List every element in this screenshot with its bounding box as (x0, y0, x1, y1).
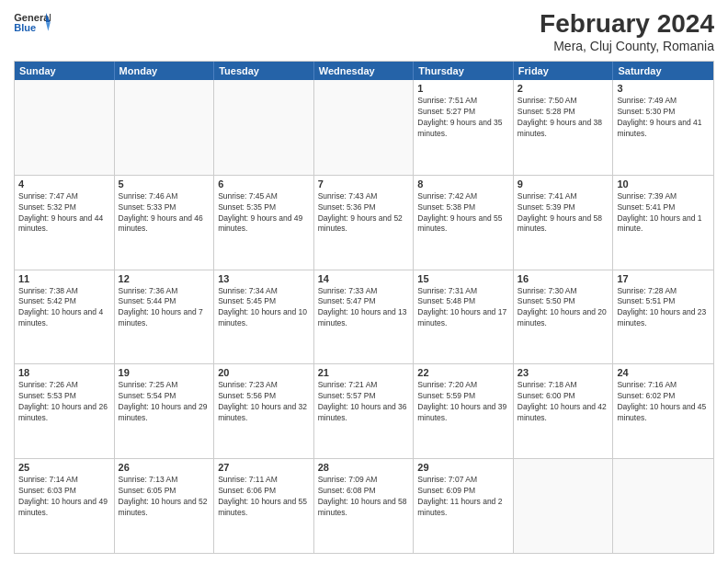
page: General Blue February 2024 Mera, Cluj Co… (0, 0, 728, 563)
day-info: Sunrise: 7:36 AM Sunset: 5:44 PM Dayligh… (119, 286, 210, 330)
day-info: Sunrise: 7:25 AM Sunset: 5:54 PM Dayligh… (119, 380, 210, 424)
svg-text:General: General (14, 12, 51, 23)
empty-cell (15, 80, 115, 175)
day-info: Sunrise: 7:09 AM Sunset: 6:08 PM Dayligh… (318, 475, 410, 519)
day-number: 29 (417, 462, 509, 473)
day-cell-23: 23Sunrise: 7:18 AM Sunset: 6:00 PM Dayli… (514, 364, 614, 458)
week-row-4: 18Sunrise: 7:26 AM Sunset: 5:53 PM Dayli… (15, 363, 713, 458)
empty-cell (613, 459, 713, 553)
day-info: Sunrise: 7:43 AM Sunset: 5:36 PM Dayligh… (318, 191, 410, 236)
day-number: 27 (218, 462, 310, 473)
month-title: February 2024 (540, 9, 714, 39)
day-number: 13 (218, 273, 310, 284)
week-row-2: 4Sunrise: 7:47 AM Sunset: 5:32 PM Daylig… (15, 175, 713, 270)
day-number: 26 (119, 462, 210, 473)
day-info: Sunrise: 7:50 AM Sunset: 5:28 PM Dayligh… (518, 96, 609, 140)
day-info: Sunrise: 7:14 AM Sunset: 6:03 PM Dayligh… (18, 475, 110, 519)
day-info: Sunrise: 7:21 AM Sunset: 5:57 PM Dayligh… (318, 380, 410, 424)
day-cell-10: 10Sunrise: 7:39 AM Sunset: 5:41 PM Dayli… (613, 176, 713, 270)
day-number: 1 (417, 83, 509, 94)
weekday-header-tuesday: Tuesday (214, 62, 314, 80)
day-cell-9: 9Sunrise: 7:41 AM Sunset: 5:39 PM Daylig… (514, 176, 614, 270)
day-number: 5 (119, 178, 210, 190)
day-cell-15: 15Sunrise: 7:31 AM Sunset: 5:48 PM Dayli… (414, 270, 514, 364)
day-cell-20: 20Sunrise: 7:23 AM Sunset: 5:56 PM Dayli… (214, 364, 314, 458)
day-cell-6: 6Sunrise: 7:45 AM Sunset: 5:35 PM Daylig… (214, 176, 314, 270)
day-cell-14: 14Sunrise: 7:33 AM Sunset: 5:47 PM Dayli… (314, 270, 415, 364)
day-info: Sunrise: 7:28 AM Sunset: 5:51 PM Dayligh… (617, 286, 710, 330)
day-number: 3 (617, 83, 710, 94)
day-number: 4 (18, 178, 110, 190)
day-cell-12: 12Sunrise: 7:36 AM Sunset: 5:44 PM Dayli… (115, 270, 215, 364)
day-info: Sunrise: 7:47 AM Sunset: 5:32 PM Dayligh… (18, 191, 110, 236)
svg-text:Blue: Blue (14, 22, 36, 33)
week-row-3: 11Sunrise: 7:38 AM Sunset: 5:42 PM Dayli… (15, 270, 713, 364)
logo-icon: General Blue (14, 9, 51, 37)
day-info: Sunrise: 7:23 AM Sunset: 5:56 PM Dayligh… (218, 380, 310, 424)
empty-cell (115, 80, 215, 175)
day-info: Sunrise: 7:51 AM Sunset: 5:27 PM Dayligh… (417, 96, 509, 140)
day-info: Sunrise: 7:33 AM Sunset: 5:47 PM Dayligh… (318, 286, 410, 330)
day-info: Sunrise: 7:16 AM Sunset: 6:02 PM Dayligh… (617, 380, 710, 424)
day-number: 9 (518, 178, 609, 190)
day-info: Sunrise: 7:20 AM Sunset: 5:59 PM Dayligh… (417, 380, 509, 424)
day-number: 22 (417, 367, 509, 378)
location: Mera, Cluj County, Romania (540, 39, 714, 53)
day-cell-11: 11Sunrise: 7:38 AM Sunset: 5:42 PM Dayli… (15, 270, 115, 364)
day-cell-27: 27Sunrise: 7:11 AM Sunset: 6:06 PM Dayli… (214, 459, 314, 553)
day-cell-19: 19Sunrise: 7:25 AM Sunset: 5:54 PM Dayli… (115, 364, 215, 458)
day-info: Sunrise: 7:42 AM Sunset: 5:38 PM Dayligh… (417, 191, 509, 236)
day-cell-13: 13Sunrise: 7:34 AM Sunset: 5:45 PM Dayli… (214, 270, 314, 364)
day-cell-16: 16Sunrise: 7:30 AM Sunset: 5:50 PM Dayli… (514, 270, 614, 364)
day-number: 23 (518, 367, 609, 378)
day-cell-7: 7Sunrise: 7:43 AM Sunset: 5:36 PM Daylig… (314, 176, 415, 270)
weekday-header-saturday: Saturday (613, 62, 713, 80)
day-number: 21 (318, 367, 410, 378)
empty-cell (214, 80, 314, 175)
weekday-header-wednesday: Wednesday (314, 62, 415, 80)
day-info: Sunrise: 7:30 AM Sunset: 5:50 PM Dayligh… (518, 286, 609, 330)
day-cell-5: 5Sunrise: 7:46 AM Sunset: 5:33 PM Daylig… (115, 176, 215, 270)
day-info: Sunrise: 7:07 AM Sunset: 6:09 PM Dayligh… (417, 475, 509, 519)
day-number: 25 (18, 462, 110, 473)
day-number: 24 (617, 367, 710, 378)
day-info: Sunrise: 7:41 AM Sunset: 5:39 PM Dayligh… (518, 191, 609, 236)
day-number: 7 (318, 178, 410, 190)
weekday-header-sunday: Sunday (15, 62, 115, 80)
calendar: SundayMondayTuesdayWednesdayThursdayFrid… (14, 61, 714, 554)
calendar-header: SundayMondayTuesdayWednesdayThursdayFrid… (15, 62, 713, 80)
week-row-5: 25Sunrise: 7:14 AM Sunset: 6:03 PM Dayli… (15, 458, 713, 553)
day-info: Sunrise: 7:46 AM Sunset: 5:33 PM Dayligh… (119, 191, 210, 236)
calendar-body: 1Sunrise: 7:51 AM Sunset: 5:27 PM Daylig… (15, 80, 713, 553)
day-cell-25: 25Sunrise: 7:14 AM Sunset: 6:03 PM Dayli… (15, 459, 115, 553)
header: General Blue February 2024 Mera, Cluj Co… (14, 9, 714, 53)
day-cell-3: 3Sunrise: 7:49 AM Sunset: 5:30 PM Daylig… (613, 80, 713, 175)
day-info: Sunrise: 7:13 AM Sunset: 6:05 PM Dayligh… (119, 475, 210, 519)
day-cell-22: 22Sunrise: 7:20 AM Sunset: 5:59 PM Dayli… (414, 364, 514, 458)
day-cell-28: 28Sunrise: 7:09 AM Sunset: 6:08 PM Dayli… (314, 459, 415, 553)
title-section: February 2024 Mera, Cluj County, Romania (540, 9, 714, 53)
week-row-1: 1Sunrise: 7:51 AM Sunset: 5:27 PM Daylig… (15, 80, 713, 175)
day-number: 11 (18, 273, 110, 284)
weekday-header-monday: Monday (115, 62, 215, 80)
svg-marker-3 (46, 22, 51, 30)
day-number: 6 (218, 178, 310, 190)
day-info: Sunrise: 7:45 AM Sunset: 5:35 PM Dayligh… (218, 191, 310, 236)
day-info: Sunrise: 7:39 AM Sunset: 5:41 PM Dayligh… (617, 191, 710, 236)
weekday-header-friday: Friday (514, 62, 614, 80)
day-info: Sunrise: 7:49 AM Sunset: 5:30 PM Dayligh… (617, 96, 710, 140)
day-number: 15 (417, 273, 509, 284)
day-info: Sunrise: 7:18 AM Sunset: 6:00 PM Dayligh… (518, 380, 609, 424)
logo: General Blue (14, 9, 51, 37)
day-info: Sunrise: 7:34 AM Sunset: 5:45 PM Dayligh… (218, 286, 310, 330)
day-cell-21: 21Sunrise: 7:21 AM Sunset: 5:57 PM Dayli… (314, 364, 415, 458)
day-info: Sunrise: 7:38 AM Sunset: 5:42 PM Dayligh… (18, 286, 110, 330)
day-number: 14 (318, 273, 410, 284)
day-number: 2 (518, 83, 609, 94)
day-info: Sunrise: 7:11 AM Sunset: 6:06 PM Dayligh… (218, 475, 310, 519)
day-number: 10 (617, 178, 710, 190)
day-cell-18: 18Sunrise: 7:26 AM Sunset: 5:53 PM Dayli… (15, 364, 115, 458)
day-number: 19 (119, 367, 210, 378)
day-number: 17 (617, 273, 710, 284)
day-cell-2: 2Sunrise: 7:50 AM Sunset: 5:28 PM Daylig… (514, 80, 614, 175)
